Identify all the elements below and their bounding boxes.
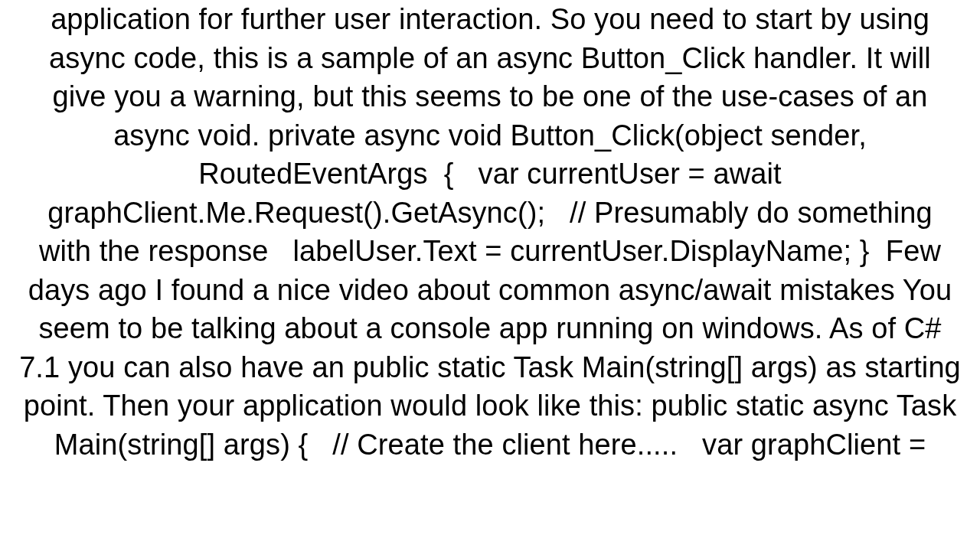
- page: application for further user interaction…: [0, 0, 980, 551]
- body-text: application for further user interaction…: [18, 0, 962, 464]
